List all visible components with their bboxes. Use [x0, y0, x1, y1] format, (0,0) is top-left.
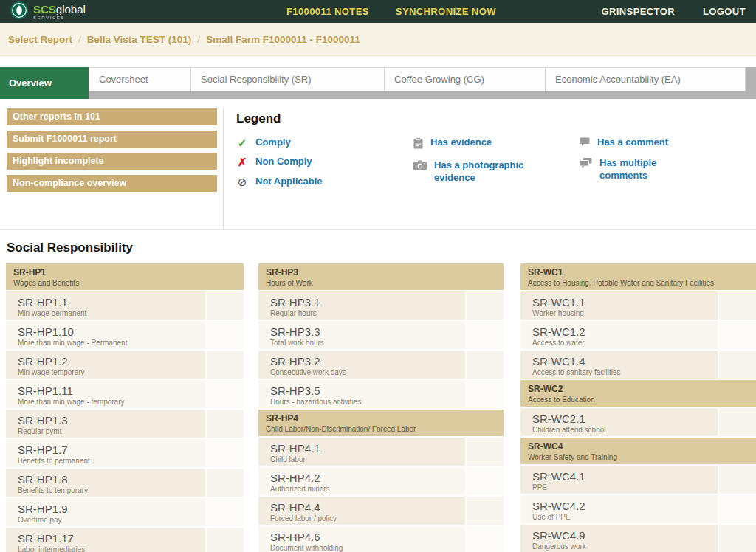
criterion-code: SR-HP3.2	[270, 355, 465, 368]
criterion-code: SR-WC4.9	[532, 529, 718, 542]
criterion-row[interactable]: SR-HP3.2 Consecutive work days	[258, 351, 504, 380]
criterion-status-cell[interactable]	[718, 291, 756, 320]
criterion-status-cell[interactable]	[718, 466, 756, 494]
criterion-title: Dangerous work	[532, 542, 718, 551]
tab-economic-accountability[interactable]: Economic Accountability (EA)	[545, 67, 746, 91]
criterion-status-cell[interactable]	[465, 291, 504, 320]
criterion-row[interactable]: SR-HP3.1 Regular hours	[258, 291, 504, 321]
category-code: SR-WC1	[528, 267, 749, 277]
criterion-status-cell[interactable]	[718, 321, 756, 349]
criterion-status-cell[interactable]	[205, 321, 244, 349]
criterion-label: SR-WC4.2 Use of PPE	[520, 495, 718, 523]
criterion-row[interactable]: SR-WC4.9 Dangerous work	[520, 525, 756, 552]
criterion-title: Document withholding	[270, 544, 465, 552]
criterion-label: SR-HP1.1 Min wage permanent	[6, 291, 205, 320]
other-reports-button[interactable]: Other reports in 101	[7, 108, 217, 125]
highlight-incomplete-button[interactable]: Highlight incomplete	[7, 153, 217, 170]
criterion-row[interactable]: SR-HP1.8 Benefits to temporary	[6, 469, 244, 498]
criterion-code: SR-WC4.2	[532, 500, 718, 512]
criterion-title: Children attend school	[532, 426, 718, 434]
criterion-status-cell[interactable]	[465, 526, 504, 552]
criterion-row[interactable]: SR-WC1.2 Access to water	[520, 321, 756, 351]
criterion-status-cell[interactable]	[205, 410, 244, 438]
criterion-code: SR-HP4.2	[270, 472, 465, 484]
criterion-label: SR-HP3.3 Total work hours	[258, 321, 465, 349]
criterion-status-cell[interactable]	[465, 321, 504, 349]
criterion-status-cell[interactable]	[465, 351, 504, 379]
criterion-status-cell[interactable]	[465, 497, 504, 525]
breadcrumb-select-report[interactable]: Select Report	[8, 34, 72, 45]
criterion-row[interactable]: SR-HP4.6 Document withholding	[258, 526, 504, 552]
criterion-row[interactable]: SR-HP1.7 Benefits to permanent	[6, 439, 244, 469]
criterion-row[interactable]: SR-HP1.10 More than min wage - Permanent	[6, 321, 244, 351]
criterion-status-cell[interactable]	[205, 291, 244, 320]
criterion-row[interactable]: SR-HP3.5 Hours - hazardous activities	[258, 380, 504, 410]
criterion-title: Total work hours	[270, 339, 465, 347]
not-applicable-icon: ⊘	[236, 176, 248, 188]
breadcrumb-client[interactable]: Bella Vista TEST (101)	[87, 34, 192, 45]
user-menu-link[interactable]: GRINSPECTOR	[601, 6, 675, 17]
criterion-status-cell[interactable]	[718, 408, 756, 436]
criterion-code: SR-HP4.4	[270, 501, 465, 514]
legend-item-non-comply: ✗ Non Comply	[236, 156, 413, 168]
criterion-row[interactable]: SR-HP4.1 Child labor	[258, 438, 504, 467]
non-compliance-overview-button[interactable]: Non-compliance overview	[7, 175, 217, 192]
criterion-status-cell[interactable]	[718, 495, 756, 523]
criterion-status-cell[interactable]	[718, 351, 756, 379]
criterion-status-cell[interactable]	[718, 525, 756, 552]
criterion-row[interactable]: SR-HP1.1 Min wage permanent	[6, 291, 244, 321]
criterion-status-cell[interactable]	[205, 528, 244, 552]
criterion-code: SR-HP3.1	[270, 296, 465, 308]
criterion-status-cell[interactable]	[205, 351, 244, 379]
criterion-status-cell[interactable]	[465, 467, 504, 495]
tab-coversheet[interactable]: Coversheet	[89, 67, 190, 91]
notes-link[interactable]: F1000011 NOTES	[286, 6, 369, 17]
synchronize-now-link[interactable]: SYNCHRONIZE NOW	[396, 6, 496, 17]
category-code: SR-WC4	[528, 441, 749, 452]
criterion-status-cell[interactable]	[205, 469, 244, 497]
criterion-row[interactable]: SR-WC2.1 Children attend school	[520, 408, 756, 438]
criterion-code: SR-HP1.2	[18, 355, 205, 368]
category-header: SR-WC2 Access to Education	[520, 380, 756, 408]
criterion-row[interactable]: SR-HP4.4 Forced labor / policy	[258, 497, 504, 526]
breadcrumb-report[interactable]: Small Farm F1000011 - F1000011	[206, 34, 360, 45]
criterion-row[interactable]: SR-WC4.2 Use of PPE	[520, 495, 756, 525]
criterion-status-cell[interactable]	[205, 380, 244, 408]
legend-item-multiple-comments: Has multiple comments	[580, 157, 681, 182]
criterion-status-cell[interactable]	[465, 438, 504, 466]
tab-coffee-growing[interactable]: Coffee Growing (CG)	[384, 67, 545, 91]
criterion-label: SR-WC4.9 Dangerous work	[520, 525, 718, 552]
tab-social-responsibility[interactable]: Social Responsibility (SR)	[190, 67, 384, 91]
category-title: Hours of Work	[266, 279, 496, 287]
criterion-row[interactable]: SR-HP1.17 Labor intermediaries	[6, 528, 244, 552]
criterion-status-cell[interactable]	[205, 498, 244, 526]
legend-label: Non Comply	[255, 156, 312, 168]
criterion-label: SR-HP4.4 Forced labor / policy	[258, 497, 465, 525]
legend-label: Has evidence	[430, 137, 492, 149]
criterion-row[interactable]: SR-HP1.9 Overtime pay	[6, 498, 244, 528]
criterion-title: Min wage temporary	[18, 368, 205, 376]
criterion-label: SR-HP1.8 Benefits to temporary	[6, 469, 205, 497]
criterion-status-cell[interactable]	[465, 380, 504, 408]
criterion-row[interactable]: SR-HP1.11 More than min wage - temporary	[6, 380, 244, 410]
criterion-row[interactable]: SR-WC1.4 Access to sanitary facilities	[520, 351, 756, 380]
breadcrumb-separator: /	[78, 34, 81, 45]
tab-overview[interactable]: Overview	[0, 67, 89, 99]
criteria-column-1: SR-HP1 Wages and Benefits SR-HP1.1 Min w…	[6, 263, 244, 552]
criterion-row[interactable]: SR-HP1.3 Regular pymt	[6, 410, 244, 439]
sr-tables: SR-HP1 Wages and Benefits SR-HP1.1 Min w…	[0, 263, 756, 552]
criterion-row[interactable]: SR-HP1.2 Min wage temporary	[6, 351, 244, 380]
criterion-row[interactable]: SR-HP3.3 Total work hours	[258, 321, 504, 351]
criteria-column-3: SR-WC1 Access to Housing, Potable Water …	[520, 263, 756, 552]
criterion-code: SR-HP1.1	[18, 296, 205, 308]
criterion-row[interactable]: SR-HP4.2 Authorized minors	[258, 467, 504, 497]
legend-label: Has multiple comments	[599, 157, 681, 182]
criterion-code: SR-HP1.8	[18, 473, 205, 486]
criterion-status-cell[interactable]	[205, 439, 244, 467]
category-title: Access to Housing, Potable Water and San…	[528, 279, 749, 287]
criterion-row[interactable]: SR-WC4.1 PPE	[520, 466, 756, 495]
criterion-label: SR-HP1.2 Min wage temporary	[6, 351, 205, 379]
logout-link[interactable]: LOGOUT	[703, 6, 746, 17]
criterion-row[interactable]: SR-WC1.1 Worker housing	[520, 291, 756, 321]
submit-report-button[interactable]: Submit F1000011 report	[7, 131, 217, 148]
